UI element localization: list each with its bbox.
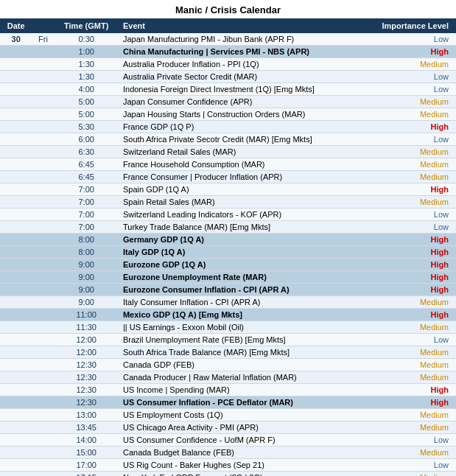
table-row: 9:00Eurozone Unemployment Rate (MAR)High — [0, 271, 456, 284]
table-row: 7:00Switzerland Leading Indicators - KOF… — [0, 209, 456, 221]
cell-importance: High — [361, 384, 456, 396]
col-header-date: Date — [0, 18, 32, 33]
cell-date — [0, 409, 32, 421]
cell-importance: Medium — [361, 447, 456, 459]
col-header-day — [32, 18, 54, 33]
cell-day — [32, 221, 54, 234]
cell-date — [0, 321, 32, 334]
cell-time: 5:00 — [54, 108, 119, 121]
cell-event: Canada Budget Balance (FEB) — [119, 447, 361, 459]
table-row: 1:00China Manufacturing | Services PMI -… — [0, 46, 456, 58]
cell-day — [32, 472, 54, 477]
cell-event: Brazil Unemployment Rate (FEB) [Emg Mkts… — [119, 334, 361, 346]
cell-event: US Rig Count - Baker Hughes (Sep 21) — [119, 459, 361, 472]
cell-day — [32, 58, 54, 71]
table-row: 6:45France Household Consumption (MAR)Me… — [0, 158, 456, 171]
cell-event: Japan Housing Starts | Construction Orde… — [119, 108, 361, 121]
cell-event: Italy Consumer Inflation - CPI (APR A) — [119, 296, 361, 309]
cell-date — [0, 359, 32, 371]
cell-date — [0, 209, 32, 221]
cell-time: 0:30 — [54, 33, 119, 46]
cell-day — [32, 158, 54, 171]
cell-date — [0, 221, 32, 234]
cell-importance: Low — [361, 209, 456, 221]
cell-event: US Income | Spending (MAR) — [119, 384, 361, 396]
cell-date: 30 — [0, 33, 32, 46]
cell-day — [32, 434, 54, 447]
col-header-importance: Importance Level — [361, 18, 456, 33]
cell-importance: Medium — [361, 421, 456, 434]
cell-importance: Medium — [361, 472, 456, 477]
cell-importance: Low — [361, 334, 456, 346]
cell-event: France Consumer | Producer Inflation (AP… — [119, 171, 361, 183]
cell-importance: Medium — [361, 321, 456, 334]
cell-event: Eurozone Unemployment Rate (MAR) — [119, 271, 361, 284]
cell-date — [0, 396, 32, 409]
cell-day — [32, 284, 54, 296]
cell-event: France Household Consumption (MAR) — [119, 158, 361, 171]
cell-time: 9:00 — [54, 259, 119, 271]
table-row: 7:00Spain GDP (1Q A)High — [0, 183, 456, 196]
calendar-table: Date Time (GMT) Event Importance Level 3… — [0, 18, 456, 476]
cell-time: 14:00 — [54, 434, 119, 447]
cell-event: Italy GDP (1Q A) — [119, 246, 361, 259]
cell-importance: Medium — [361, 371, 456, 384]
cell-event: Mexico GDP (1Q A) [Emg Mkts] — [119, 309, 361, 321]
cell-importance: High — [361, 259, 456, 271]
cell-date — [0, 121, 32, 133]
cell-date — [0, 83, 32, 96]
table-row: 7:00Turkey Trade Balance (MAR) [Emg Mkts… — [0, 221, 456, 234]
cell-day — [32, 46, 54, 58]
cell-time: 6:45 — [54, 171, 119, 183]
cell-date — [0, 71, 32, 83]
cell-event: Spain GDP (1Q A) — [119, 183, 361, 196]
cell-importance: Medium — [361, 171, 456, 183]
cell-day — [32, 359, 54, 371]
cell-day — [32, 421, 54, 434]
cell-importance: Low — [361, 221, 456, 234]
cell-date — [0, 46, 32, 58]
col-header-event: Event — [119, 18, 361, 33]
cell-day — [32, 96, 54, 108]
cell-day — [32, 83, 54, 96]
cell-event: Eurozone GDP (1Q A) — [119, 259, 361, 271]
table-row: 17:15New York Fed GDP Forecast (2Q | 3Q)… — [0, 472, 456, 477]
cell-date — [0, 196, 32, 209]
cell-importance: Medium — [361, 96, 456, 108]
cell-day — [32, 334, 54, 346]
cell-time: 8:00 — [54, 234, 119, 246]
cell-day — [32, 447, 54, 459]
cell-event: Switzerland Retail Sales (MAR) — [119, 146, 361, 158]
table-row: 8:00Italy GDP (1Q A)High — [0, 246, 456, 259]
cell-time: 1:30 — [54, 58, 119, 71]
cell-event: Canada GDP (FEB) — [119, 359, 361, 371]
cell-time: 4:00 — [54, 83, 119, 96]
table-row: 12:30Canada GDP (FEB)Medium — [0, 359, 456, 371]
cell-time: 8:00 — [54, 246, 119, 259]
cell-day — [32, 133, 54, 146]
cell-date — [0, 259, 32, 271]
cell-day — [32, 384, 54, 396]
cell-importance: Low — [361, 434, 456, 447]
cell-date — [0, 459, 32, 472]
cell-event: Indonesia Foreign Direct Investment (1Q)… — [119, 83, 361, 96]
cell-importance: Low — [361, 71, 456, 83]
cell-event: || US Earnings - Exxon Mobil (Oil) — [119, 321, 361, 334]
cell-time: 12:30 — [54, 359, 119, 371]
cell-time: 6:45 — [54, 158, 119, 171]
cell-day — [32, 246, 54, 259]
cell-importance: Low — [361, 459, 456, 472]
cell-time: 7:00 — [54, 209, 119, 221]
cell-time: 1:00 — [54, 46, 119, 58]
cell-day — [32, 409, 54, 421]
table-row: 9:00Eurozone Consumer Inflation - CPI (A… — [0, 284, 456, 296]
cell-time: 13:00 — [54, 409, 119, 421]
cell-time: 5:30 — [54, 121, 119, 133]
cell-day — [32, 259, 54, 271]
cell-time: 7:00 — [54, 221, 119, 234]
table-row: 12:30US Consumer Inflation - PCE Deflato… — [0, 396, 456, 409]
cell-day — [32, 271, 54, 284]
cell-event: Turkey Trade Balance (MAR) [Emg Mkts] — [119, 221, 361, 234]
table-body: 30Fri0:30Japan Manufacturing PMI - Jibun… — [0, 33, 456, 476]
cell-day — [32, 121, 54, 133]
